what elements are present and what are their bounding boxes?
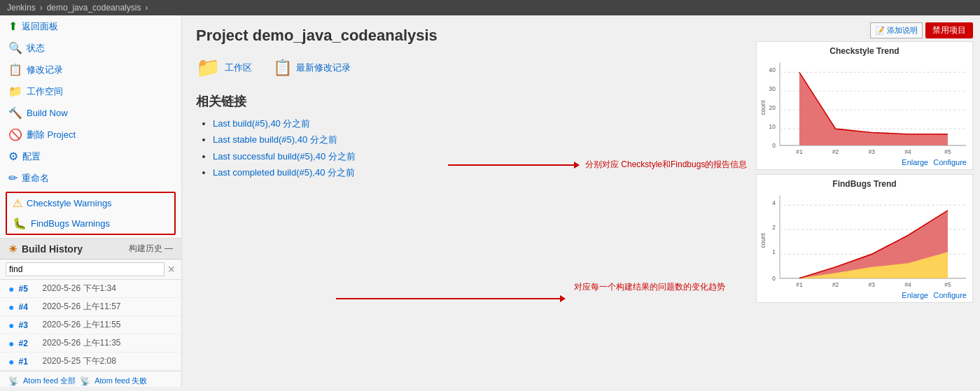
atom-feed-fail-link[interactable]: Atom feed 失败 xyxy=(94,376,147,386)
sidebar-item-checkstyle[interactable]: ⚠ Checkstyle Warnings xyxy=(7,193,174,213)
sidebar-item-rename[interactable]: ✏ 重命名 xyxy=(0,167,181,189)
changes-icon: 📋 xyxy=(8,63,22,76)
checkstyle-enlarge-link[interactable]: Enlarge xyxy=(902,158,928,166)
build-history-subtitle: 构建历史 — xyxy=(129,243,173,255)
build-time: 2020-5-26 上午11:57 xyxy=(42,301,120,313)
build-search-input[interactable] xyxy=(6,262,164,276)
findbugs-enlarge-link[interactable]: Enlarge xyxy=(902,291,928,299)
clear-search-button[interactable]: ✕ xyxy=(167,264,176,275)
checkstyle-configure-link[interactable]: Configure xyxy=(933,158,967,166)
build-number-link[interactable]: #2 xyxy=(18,339,38,348)
build-status-icon: ● xyxy=(8,283,14,294)
last-successful-link[interactable]: Last successful build(#5),40 分之前 xyxy=(213,151,356,162)
annotation-2-text: 对应每一个构建结果的问题数的变化趋势 xyxy=(574,281,725,293)
last-stable-link[interactable]: Last stable build(#5),40 分之前 xyxy=(213,134,337,145)
sidebar-item-label: FindBugs Warnings xyxy=(31,218,110,229)
build-status-icon: ● xyxy=(8,301,14,313)
build-row: ● #3 2020-5-26 上午11:55 xyxy=(0,316,181,334)
atom-feed-all-link[interactable]: Atom feed 全部 xyxy=(23,376,76,386)
workspace-link-label: 工作区 xyxy=(225,62,252,74)
page-title: Project demo_java_codeanalysis xyxy=(196,27,742,45)
build-row: ● #2 2020-5-26 上午11:35 xyxy=(0,334,181,353)
sidebar-item-back[interactable]: ⬆ 返回面板 xyxy=(0,15,181,37)
svg-text:count: count xyxy=(760,100,766,115)
annotation-2-arrowhead xyxy=(560,295,566,302)
build-history-section: ☀ Build History 构建历史 — ✕ ● #5 2020-5-26 … xyxy=(0,238,181,387)
build-history-header: ☀ Build History 构建历史 — xyxy=(0,239,181,260)
build-time: 2020-5-26 下午1:34 xyxy=(42,283,115,294)
sidebar-item-label: 返回面板 xyxy=(22,20,58,33)
sidebar-item-delete[interactable]: 🚫 删除 Project xyxy=(0,124,181,145)
build-number-link[interactable]: #1 xyxy=(18,357,38,367)
svg-text:#2: #2 xyxy=(832,281,839,288)
sidebar-item-label: 状态 xyxy=(27,42,45,55)
svg-text:2: 2 xyxy=(772,224,776,231)
breadcrumb: Jenkins › demo_java_codeanalysis › xyxy=(0,0,980,15)
build-time: 2020-5-26 上午11:55 xyxy=(42,319,120,331)
annotation-arrow-line xyxy=(448,164,574,166)
build-status-icon: ● xyxy=(8,338,14,349)
findbugs-chart-controls: Enlarge Configure xyxy=(760,290,969,301)
jenkins-link[interactable]: Jenkins xyxy=(7,3,36,13)
build-number-link[interactable]: #3 xyxy=(18,320,38,330)
annotation-2-container: 对应每一个构建结果的问题数的变化趋势 xyxy=(336,295,566,302)
svg-text:0: 0 xyxy=(772,275,776,282)
findbugs-chart-svg: 0 1 2 4 #1 #2 xyxy=(760,192,969,290)
build-row: ● #1 2020-5-25 下午2:08 xyxy=(0,353,181,371)
workspace-link[interactable]: 📁 工作区 xyxy=(196,56,252,79)
doc-icon: 📋 xyxy=(273,59,292,77)
delete-icon: 🚫 xyxy=(8,128,22,141)
back-icon: ⬆ xyxy=(8,20,18,33)
sidebar-item-changes[interactable]: 📋 修改记录 xyxy=(0,59,181,80)
checkstyle-chart-title: Checkstyle Trend xyxy=(760,46,969,56)
changes-link[interactable]: 📋 最新修改记录 xyxy=(273,56,351,79)
findbugs-configure-link[interactable]: Configure xyxy=(933,291,967,299)
configure-icon: ⚙ xyxy=(8,150,18,163)
sidebar-item-workspace[interactable]: 📁 工作空间 xyxy=(0,80,181,102)
project-link[interactable]: demo_java_codeanalysis xyxy=(47,3,141,13)
svg-text:#1: #1 xyxy=(796,148,802,155)
right-panel: 📝 添加说明 禁用项目 Checkstyle Trend 0 10 20 30 xyxy=(756,15,980,387)
folder-icon: 📁 xyxy=(196,56,220,79)
build-search-bar: ✕ xyxy=(0,260,181,280)
list-item: Last build(#5),40 分之前 xyxy=(213,115,742,131)
svg-text:count: count xyxy=(760,233,766,248)
status-icon: 🔍 xyxy=(8,41,22,55)
sidebar-item-label: 删除 Project xyxy=(27,129,76,141)
sidebar-item-status[interactable]: 🔍 状态 xyxy=(0,37,181,59)
findbugs-chart-container: FindBugs Trend 0 1 2 4 xyxy=(756,174,973,303)
build-number-link[interactable]: #4 xyxy=(18,302,38,312)
sidebar-item-label: 工作空间 xyxy=(27,85,63,98)
svg-text:20: 20 xyxy=(769,104,776,111)
build-row: ● #4 2020-5-26 上午11:57 xyxy=(0,298,181,316)
sidebar-item-findbugs[interactable]: 🐛 FindBugs Warnings xyxy=(7,213,174,234)
svg-text:#4: #4 xyxy=(904,281,911,288)
sidebar-item-label: Build Now xyxy=(27,108,68,118)
build-now-icon: 🔨 xyxy=(8,106,22,120)
last-completed-link[interactable]: Last completed build(#5),40 分之前 xyxy=(213,167,355,178)
sidebar-item-configure[interactable]: ⚙ 配置 xyxy=(0,145,181,167)
sidebar: ⬆ 返回面板 🔍 状态 📋 修改记录 📁 工作空间 🔨 Build Now 🚫 … xyxy=(0,15,182,387)
sep1: › xyxy=(40,3,43,13)
atom-feed-icon: 📡 xyxy=(8,376,19,386)
sidebar-item-build-now[interactable]: 🔨 Build Now xyxy=(0,102,181,124)
last-build-link[interactable]: Last build(#5),40 分之前 xyxy=(213,118,310,129)
build-number-link[interactable]: #5 xyxy=(18,284,38,294)
svg-text:#5: #5 xyxy=(944,281,951,288)
build-status-icon: ● xyxy=(8,320,14,331)
atom-feed-bar: 📡 Atom feed 全部 📡 Atom feed 失败 xyxy=(0,371,181,387)
sidebar-item-label: 配置 xyxy=(22,150,41,163)
related-links-list: Last build(#5),40 分之前 Last stable build(… xyxy=(196,115,742,181)
note-icon: 📝 xyxy=(875,26,885,35)
build-time: 2020-5-25 下午2:08 xyxy=(42,355,115,367)
sidebar-item-label: 修改记录 xyxy=(27,64,63,76)
build-history-title: ☀ Build History xyxy=(8,243,83,255)
workspace-icon: 📁 xyxy=(8,85,22,98)
svg-text:#3: #3 xyxy=(869,148,875,155)
workspace-links-area: 📁 工作区 📋 最新修改记录 xyxy=(196,56,742,79)
disable-project-button[interactable]: 禁用项目 xyxy=(925,22,973,38)
add-note-button[interactable]: 📝 添加说明 xyxy=(870,22,923,38)
findbugs-icon: 🐛 xyxy=(13,217,27,230)
svg-text:30: 30 xyxy=(769,85,776,92)
build-row: ● #5 2020-5-26 下午1:34 xyxy=(0,280,181,298)
